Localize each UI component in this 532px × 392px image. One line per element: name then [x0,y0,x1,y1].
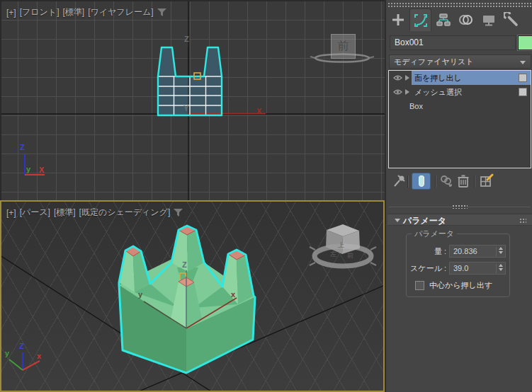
rollout-parameters-header[interactable]: パラメータ [387,214,532,226]
object-name-field[interactable]: Box001 [390,35,516,50]
expand-arrow-icon[interactable] [405,75,409,81]
modifier-list-label: モディファイヤリスト [394,57,474,66]
viewport-perspective[interactable]: [+] [パース] [標準] [既定のシェーディング] Z y x Z y x … [0,200,385,392]
visibility-eye-icon[interactable] [393,74,402,81]
scale-spinner[interactable]: 39.0 [449,262,506,275]
front-gizmo-x-label: X [39,166,44,174]
rollout-drag-grip-icon[interactable] [519,218,526,224]
toolbar-separator [474,175,475,188]
stack-item-label[interactable]: 面を押し出し [414,71,462,85]
persp-gizmo-y-label: y [5,349,9,357]
spinner-arrows-icon[interactable] [496,247,504,256]
wrench-icon [504,12,519,28]
motion-icon [458,12,474,28]
tab-motion[interactable] [455,8,477,31]
tab-hierarchy[interactable] [432,8,454,31]
viewport-menu-standard[interactable]: [標準] [54,207,76,219]
test-tube-icon [419,175,424,187]
persp-gizmo-x-label: x [37,352,41,360]
group-title: パラメータ [412,229,457,239]
extrude-from-center-label: 中心から押し出す [429,280,492,291]
display-icon [481,12,497,28]
show-end-result-button[interactable] [412,173,431,190]
modify-icon [413,13,429,28]
stack-item-label[interactable]: メッシュ選択 [414,85,462,99]
stack-item-toggle[interactable] [519,74,527,82]
front-tripod-y-label: Y [183,104,188,113]
spinner-arrows-icon[interactable] [496,264,504,273]
front-viewport-canvas [1,1,385,200]
viewcube-left-label[interactable]: 左 [330,250,336,259]
tab-modify[interactable] [409,8,431,31]
toolbar-separator [435,175,436,188]
make-unique-icon[interactable] [439,174,453,188]
amount-label: 量 : [407,245,446,258]
front-tripod-x-label: X [256,107,261,115]
tab-utilities[interactable] [500,8,522,31]
hierarchy-icon [436,12,451,28]
rollout-title: パラメータ [403,215,446,227]
amount-row: 量 : 20.836 [407,245,509,258]
pin-stack-icon[interactable] [392,173,407,189]
stack-item-toggle[interactable] [519,88,527,96]
viewport-menu-general[interactable]: [+] [6,8,16,18]
tab-display[interactable] [477,8,499,31]
viewcube-top-label[interactable]: 上 [338,241,344,250]
front-tripod-z-label: Z [184,35,189,43]
viewport-menu-standard[interactable]: [標準] [62,6,84,18]
remove-modifier-trash-icon[interactable] [457,173,470,189]
expand-arrow-icon[interactable] [405,89,409,95]
viewport-menu-pov[interactable]: [パース] [20,207,50,219]
persp-viewport-canvas [1,202,383,391]
stack-item-face-extrude[interactable]: 面を押し出し [389,71,531,85]
scale-label: スケール : [407,262,446,275]
viewport-persp-label[interactable]: [+] [パース] [標準] [既定のシェーディング] [6,207,183,219]
configure-modifier-sets-icon[interactable] [479,173,494,189]
scale-row: スケール : 39.0 [407,262,509,275]
modifier-list-dropdown[interactable]: モディファイヤリスト [389,54,531,69]
3dsmax-window: [+] [フロント] [標準] [ワイヤフレーム] Z Y X Z y X 前 [0,0,532,392]
persp-tripod-x-label: x [231,290,235,299]
persp-tripod-z-label: Z [182,260,187,269]
chevron-down-icon [520,61,526,64]
viewcube-front[interactable]: 前 [331,34,356,59]
command-panel: Box001 モディファイヤリスト 面を押し出し [385,0,532,392]
persp-tripod-y-label: y [138,290,142,299]
amount-value[interactable]: 20.836 [453,247,477,255]
front-gizmo-y-label: y [26,165,30,173]
visibility-eye-icon[interactable] [393,88,402,96]
amount-spinner[interactable]: 20.836 [449,245,506,258]
scale-value[interactable]: 39.0 [453,264,468,272]
tab-create[interactable] [387,8,409,31]
front-gizmo-z-label: Z [20,143,25,151]
viewport-menu-pov[interactable]: [フロント] [20,6,60,18]
viewport-menu-shading[interactable]: [既定のシェーディング] [79,207,171,219]
stack-item-mesh-select[interactable]: メッシュ選択 [389,85,531,99]
viewport-menu-shading[interactable]: [ワイヤフレーム] [88,6,153,18]
parameters-group: パラメータ 量 : 20.836 スケール : 39.0 中心から押し出す [406,234,510,297]
stack-item-box[interactable]: Box [389,99,531,113]
panel-divider-grip[interactable] [452,204,468,209]
plus-icon [390,12,406,28]
filter-icon[interactable] [157,8,166,17]
viewport-front-label[interactable]: [+] [フロント] [標準] [ワイヤフレーム] [6,6,166,18]
object-color-swatch[interactable] [518,35,532,50]
persp-gizmo-z-label: Z [19,342,24,350]
modifier-stack: 面を押し出し メッシュ選択 Box [388,70,531,168]
extrude-from-center-checkbox[interactable] [415,281,424,290]
panel-drag-handle[interactable] [387,1,532,7]
collapse-arrow-icon [395,219,400,222]
viewport-menu-general[interactable]: [+] [6,208,16,218]
viewport-front[interactable]: [+] [フロント] [標準] [ワイヤフレーム] Z Y X Z y X 前 [0,0,385,200]
toolbar-separator [407,175,409,188]
stack-item-label[interactable]: Box [409,99,423,113]
viewcube-front-label[interactable]: 前 [347,251,353,260]
filter-icon[interactable] [174,209,183,217]
viewcube-front-label: 前 [338,39,349,54]
